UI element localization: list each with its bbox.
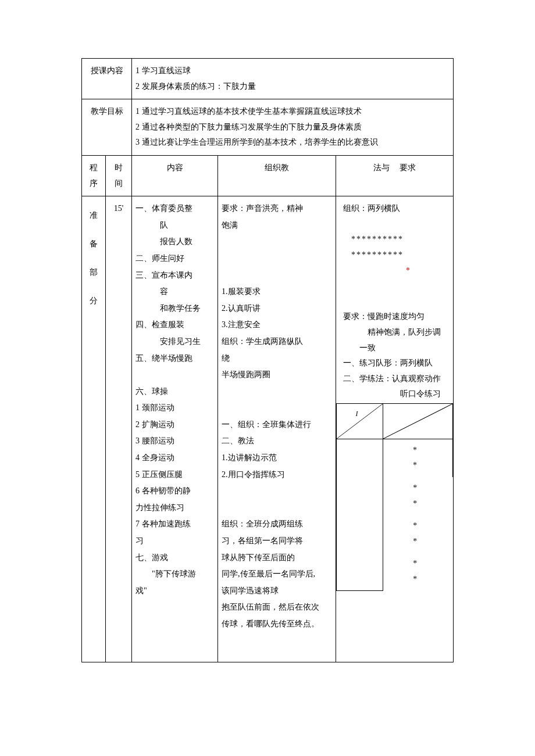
header-content: 内容 <box>132 155 218 196</box>
prep-org-cell: 要求：声音洪亮，精神 饱满 1.服装要求 2.认真听讲 3.注意安全 组织：学生… <box>218 196 336 662</box>
formation-diagram: I * * * * * * * * <box>336 403 453 591</box>
header-sequence: 程 序 <box>82 155 106 196</box>
formation-star-row: * * <box>383 439 453 477</box>
goal-line-3: 3 通过比赛让学生合理运用所学到的基本技术，培养学生的比赛意识 <box>135 135 450 151</box>
teaching-content-body: 1 学习直线运球 2 发展身体素质的练习：下肢力量 <box>132 59 454 99</box>
teaching-content-label: 授课内容 <box>82 59 132 99</box>
content-line-2: 2 发展身体素质的练习：下肢力量 <box>135 79 450 95</box>
formation-star-row: * * <box>383 515 453 553</box>
formation-star-row: * * <box>383 553 453 590</box>
diagonal-line-icon <box>383 404 452 439</box>
formation-row-1: ********** <box>343 232 450 248</box>
formation-star-row: * * <box>383 477 453 515</box>
goal-line-1: 1 通过学习直线运球的基本技术使学生基本掌握踢直线运球技术 <box>135 104 450 120</box>
lesson-plan-table: 授课内容 1 学习直线运球 2 发展身体素质的练习：下肢力量 教学目标 1 通过… <box>81 58 454 662</box>
header-time: 时 间 <box>106 155 132 196</box>
prep-time: 15' <box>106 196 132 662</box>
prep-content-cell: 一、体育委员整 队 报告人数 二、师生问好 三、宣布本课内 容 和教学任务 四、… <box>132 196 218 662</box>
prep-method-cell: 组织：两列横队 ********** ********** * 要求：慢跑时速度… <box>336 196 454 662</box>
teaching-goal-body: 1 通过学习直线运球的基本技术使学生基本掌握踢直线运球技术 2 通过各种类型的下… <box>132 99 454 156</box>
header-method-req: 法与 要求 <box>336 155 454 196</box>
svg-line-1 <box>383 404 452 439</box>
formation-row-2: ********** <box>343 248 450 263</box>
content-line-1: 1 学习直线运球 <box>135 63 450 79</box>
teacher-mark-icon: * <box>343 263 450 279</box>
prep-section-label: 准 备 部 分 <box>82 196 106 662</box>
teaching-goal-label: 教学目标 <box>82 99 132 156</box>
goal-line-2: 2 通过各种类型的下肢力量练习发展学生的下肢力量及身体素质 <box>135 120 450 135</box>
header-organization: 组织教 <box>218 155 336 196</box>
